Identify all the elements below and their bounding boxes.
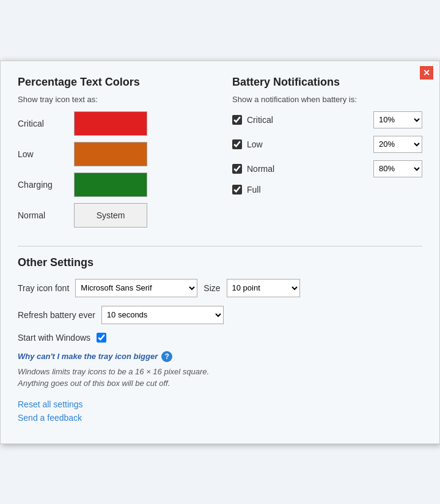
refresh-select[interactable]: 10 seconds 5 seconds 30 seconds 1 minute bbox=[101, 306, 224, 324]
charging-swatch[interactable] bbox=[74, 172, 147, 197]
other-settings-title: Other Settings bbox=[18, 256, 422, 269]
full-notification-row: Full bbox=[232, 185, 422, 195]
charging-color-row: Charging bbox=[18, 172, 208, 197]
critical-label: Critical bbox=[18, 119, 67, 128]
settings-dialog: ✕ Percentage Text Colors Show tray icon … bbox=[0, 61, 440, 444]
system-button[interactable]: System bbox=[74, 203, 147, 228]
help-text-line2: Anything goes out of this box will be cu… bbox=[18, 377, 422, 390]
close-button[interactable]: ✕ bbox=[420, 66, 433, 80]
refresh-label: Refresh battery ever bbox=[18, 310, 95, 320]
start-windows-checkbox[interactable] bbox=[97, 333, 106, 343]
battery-notifications-panel: Battery Notifications Show a notificatio… bbox=[232, 76, 422, 234]
critical-notification-row: Critical 10% 5% 15% 20% bbox=[232, 111, 422, 128]
percentage-text-colors-panel: Percentage Text Colors Show tray icon te… bbox=[18, 76, 208, 234]
battery-notifications-title: Battery Notifications bbox=[232, 76, 422, 89]
low-color-row: Low bbox=[18, 142, 208, 166]
critical-checkbox[interactable] bbox=[232, 115, 242, 125]
help-text-line1: Windows limits tray icons to be a 16 × 1… bbox=[18, 366, 422, 378]
low-notification-row: Low 20% 10% 25% 30% bbox=[232, 136, 422, 153]
font-label: Tray icon font bbox=[18, 283, 69, 293]
normal-label: Normal bbox=[18, 210, 67, 220]
low-percent-select[interactable]: 20% 10% 25% 30% bbox=[373, 136, 422, 153]
low-label: Low bbox=[18, 149, 67, 159]
percentage-text-colors-title: Percentage Text Colors bbox=[18, 76, 208, 89]
percentage-text-colors-subtitle: Show tray icon text as: bbox=[18, 95, 208, 104]
critical-notification-label: Critical bbox=[247, 115, 369, 125]
other-settings-section: Other Settings Tray icon font Microsoft … bbox=[18, 256, 422, 423]
battery-notifications-subtitle: Show a notification when battery is: bbox=[232, 95, 422, 104]
links-section: Reset all settings Send a feedback bbox=[18, 399, 422, 423]
low-swatch[interactable] bbox=[74, 142, 147, 166]
normal-notification-row: Normal 80% 70% 90% bbox=[232, 160, 422, 177]
font-select[interactable]: Microsoft Sans Serif Arial Segoe UI Taho… bbox=[75, 279, 197, 297]
critical-percent-select[interactable]: 10% 5% 15% 20% bbox=[373, 111, 422, 128]
top-section: Percentage Text Colors Show tray icon te… bbox=[18, 76, 422, 234]
help-question: Why can't I make the tray icon bigger ? bbox=[18, 351, 422, 362]
font-row: Tray icon font Microsoft Sans Serif Aria… bbox=[18, 279, 422, 297]
low-checkbox[interactable] bbox=[232, 139, 242, 149]
size-select[interactable]: 10 point 8 point 12 point 14 point bbox=[227, 279, 300, 297]
help-question-text: Why can't I make the tray icon bigger bbox=[18, 352, 158, 361]
help-section: Why can't I make the tray icon bigger ? … bbox=[18, 351, 422, 390]
help-icon[interactable]: ? bbox=[161, 351, 172, 362]
refresh-row: Refresh battery ever 10 seconds 5 second… bbox=[18, 306, 422, 324]
size-label: Size bbox=[204, 283, 220, 293]
normal-checkbox[interactable] bbox=[232, 164, 242, 174]
start-windows-label: Start with Windows bbox=[18, 333, 90, 343]
normal-percent-select[interactable]: 80% 70% 90% bbox=[373, 160, 422, 177]
send-feedback-link[interactable]: Send a feedback bbox=[18, 413, 422, 423]
charging-label: Charging bbox=[18, 180, 67, 190]
full-checkbox[interactable] bbox=[232, 185, 242, 195]
normal-color-row: Normal System bbox=[18, 203, 208, 228]
section-divider bbox=[18, 246, 422, 246]
critical-color-row: Critical bbox=[18, 111, 208, 136]
low-notification-label: Low bbox=[247, 139, 369, 149]
critical-swatch[interactable] bbox=[74, 111, 147, 136]
reset-settings-link[interactable]: Reset all settings bbox=[18, 399, 422, 409]
full-notification-label: Full bbox=[247, 185, 422, 195]
normal-notification-label: Normal bbox=[247, 164, 369, 174]
start-windows-row: Start with Windows bbox=[18, 333, 422, 343]
